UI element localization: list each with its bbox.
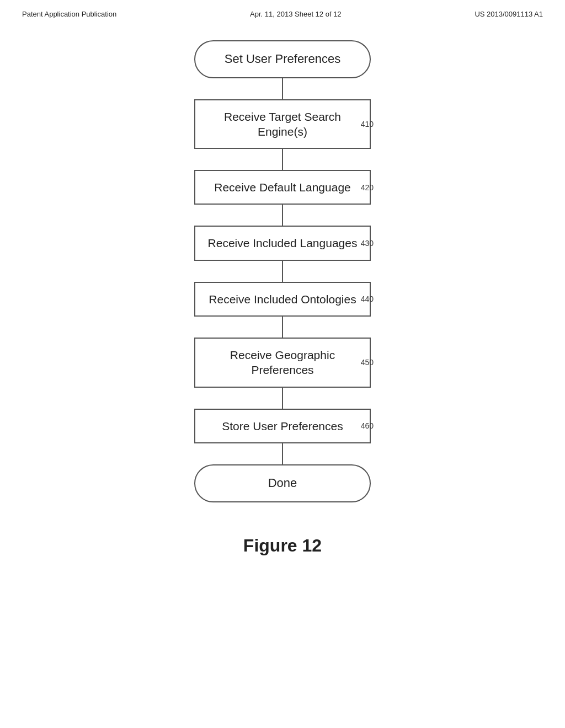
node-receive-geographic-preferences: Receive Geographic Preferences	[194, 338, 371, 388]
connector-1	[282, 149, 283, 170]
node-wrapper-460: Store User Preferences 460	[145, 409, 420, 443]
node-start: Set User Preferences	[194, 40, 371, 78]
header-right: US 2013/0091113 A1	[475, 10, 543, 18]
ref-410: 410	[361, 120, 374, 129]
connector-4	[282, 317, 283, 338]
node-wrapper-420: Receive Default Language 420	[145, 170, 420, 205]
ref-450: 450	[361, 358, 374, 367]
connector-3	[282, 261, 283, 282]
node-wrapper-430: Receive Included Languages 430	[145, 226, 420, 260]
node-410: Receive Target Search Engine(s) 410	[194, 99, 371, 149]
node-wrapper-end: Done	[145, 464, 420, 502]
node-440: Receive Included Ontologies 440	[194, 282, 371, 317]
node-set-user-preferences: Set User Preferences	[194, 40, 371, 78]
node-end: Done	[194, 464, 371, 502]
node-wrapper-410: Receive Target Search Engine(s) 410	[145, 99, 420, 149]
node-receive-default-language: Receive Default Language	[194, 170, 371, 205]
node-450: Receive Geographic Preferences 450	[194, 338, 371, 388]
node-store-user-preferences: Store User Preferences	[194, 409, 371, 443]
ref-420: 420	[361, 183, 374, 192]
node-wrapper-440: Receive Included Ontologies 440	[145, 282, 420, 317]
node-wrapper-start: Set User Preferences	[145, 40, 420, 78]
page-header: Patent Application Publication Apr. 11, …	[0, 0, 565, 24]
node-receive-included-languages: Receive Included Languages	[194, 226, 371, 260]
figure-label: Figure 12	[243, 536, 322, 556]
header-left: Patent Application Publication	[22, 10, 116, 18]
node-430: Receive Included Languages 430	[194, 226, 371, 260]
node-receive-included-ontologies: Receive Included Ontologies	[194, 282, 371, 317]
header-center: Apr. 11, 2013 Sheet 12 of 12	[250, 10, 342, 18]
ref-460: 460	[361, 421, 374, 430]
connector-6	[282, 443, 283, 464]
diagram-area: Set User Preferences Receive Target Sear…	[0, 40, 565, 556]
node-done: Done	[194, 464, 371, 502]
node-wrapper-450: Receive Geographic Preferences 450	[145, 338, 420, 388]
connector-5	[282, 388, 283, 409]
node-460: Store User Preferences 460	[194, 409, 371, 443]
node-420: Receive Default Language 420	[194, 170, 371, 205]
connector-2	[282, 205, 283, 226]
connector-0	[282, 78, 283, 99]
node-receive-target-search-engine: Receive Target Search Engine(s)	[194, 99, 371, 149]
flow-container: Set User Preferences Receive Target Sear…	[145, 40, 420, 502]
ref-430: 430	[361, 239, 374, 248]
ref-440: 440	[361, 295, 374, 303]
